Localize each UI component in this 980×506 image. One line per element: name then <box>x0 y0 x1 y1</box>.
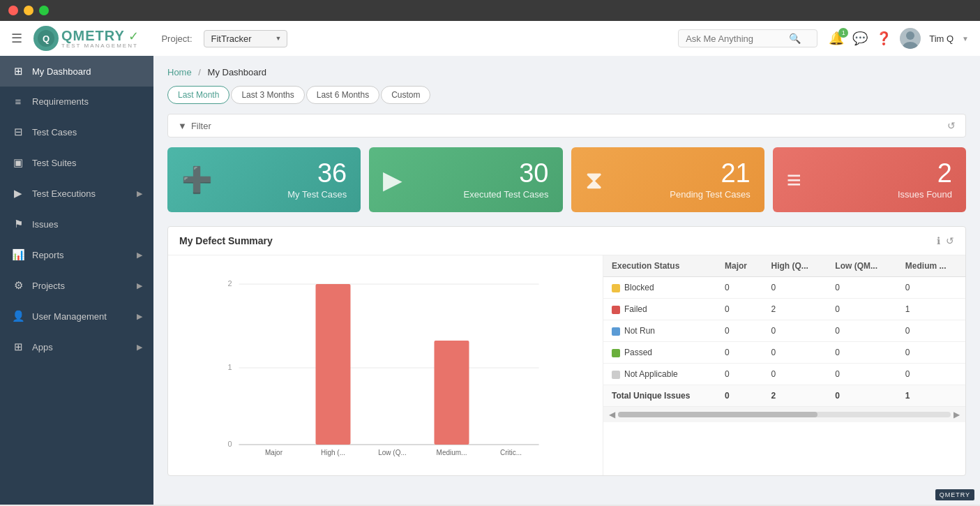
minimize-btn[interactable] <box>24 6 33 15</box>
sidebar-label-reports: Reports <box>32 250 64 260</box>
row-medium: 1 <box>897 299 965 320</box>
sidebar-icon-apps: ⊞ <box>11 341 25 353</box>
filter-refresh-icon[interactable]: ↺ <box>947 120 956 131</box>
scrollbar-track[interactable] <box>618 412 951 417</box>
logo: Q QMETRY ✓ TEST MANAGEMENT <box>33 26 139 51</box>
table-row: Failed 0 2 0 1 <box>603 299 965 320</box>
filter-icon: ▼ <box>178 121 187 131</box>
project-select[interactable]: FitTracker <box>204 30 287 47</box>
status-dot <box>612 306 620 314</box>
sidebar-item-reports[interactable]: 📊 Reports ▶ <box>0 239 153 270</box>
breadcrumb-current: My Dashboard <box>208 67 267 77</box>
sidebar-label-test-cases: Test Cases <box>32 127 77 137</box>
svg-text:Low (Q...: Low (Q... <box>378 449 407 456</box>
logo-name: QMETRY <box>61 28 125 43</box>
row-major: 0 <box>716 364 763 385</box>
search-bar: 🔍 <box>678 29 817 47</box>
scroll-left-icon[interactable]: ◀ <box>609 410 615 419</box>
hamburger-icon[interactable]: ☰ <box>11 31 22 46</box>
sidebar-arrow-reports: ▶ <box>137 251 142 260</box>
sidebar-item-user-management[interactable]: 👤 User Management ▶ <box>0 301 153 332</box>
logo-check-icon: ✓ <box>128 29 139 43</box>
sidebar-icon-projects: ⚙ <box>11 279 25 292</box>
avatar-svg <box>900 28 921 49</box>
search-icon: 🔍 <box>789 33 801 44</box>
user-dropdown-icon[interactable]: ▼ <box>962 35 969 43</box>
sidebar-label-my-dashboard: My Dashboard <box>32 66 91 77</box>
col-header-2: High (Q... <box>763 255 827 277</box>
close-btn[interactable] <box>8 6 18 15</box>
help-icon[interactable]: ❓ <box>876 31 891 46</box>
defect-chart: 2 1 0 Major <box>179 267 591 462</box>
sidebar-item-apps[interactable]: ⊞ Apps ▶ <box>0 332 153 362</box>
stat-icon-my-test-cases: ➕ <box>181 165 213 195</box>
row-medium: 0 <box>897 342 965 364</box>
sidebar-item-issues[interactable]: ⚑ Issues <box>0 209 153 239</box>
breadcrumb: Home / My Dashboard <box>167 67 966 77</box>
breadcrumb-home[interactable]: Home <box>167 67 192 77</box>
stat-number-issues-found: 2 <box>813 160 952 186</box>
defect-table: Execution StatusMajorHigh (Q...Low (QM..… <box>603 255 965 406</box>
stat-card-pending-test-cases[interactable]: ⧗ 21 Pending Test Cases <box>571 147 764 212</box>
scrollbar-thumb <box>618 412 817 417</box>
stat-info-issues-found: 2 Issues Found <box>813 160 952 200</box>
sidebar-label-requirements: Requirements <box>32 96 89 107</box>
sidebar-item-my-dashboard[interactable]: ⊞ My Dashboard <box>0 56 153 87</box>
date-filter-last-6-months[interactable]: Last 6 Months <box>306 86 379 104</box>
sidebar-item-projects[interactable]: ⚙ Projects ▶ <box>0 270 153 301</box>
refresh-icon[interactable]: ↺ <box>946 235 954 246</box>
chat-icon[interactable]: 💬 <box>852 31 868 46</box>
row-status: Not Run <box>603 320 716 342</box>
stat-card-issues-found[interactable]: ≡ 2 Issues Found <box>773 147 966 212</box>
stat-info-pending-test-cases: 21 Pending Test Cases <box>614 160 751 200</box>
topbar-icons: 🔔 1 💬 ❓ Tim Q ▼ <box>829 28 969 49</box>
status-dot <box>612 349 620 357</box>
sidebar-arrow-apps: ▶ <box>137 343 142 352</box>
sidebar-label-test-executions: Test Executions <box>32 188 96 199</box>
total-high: 2 <box>763 385 827 407</box>
stat-label-my-test-cases: My Test Cases <box>224 189 347 200</box>
row-status: Passed <box>603 342 716 364</box>
stats-grid: ➕ 36 My Test Cases ▶ 30 Executed Test Ca… <box>167 147 966 212</box>
row-major: 0 <box>716 277 763 299</box>
row-low: 0 <box>827 364 897 385</box>
topbar: ☰ Q QMETRY ✓ TEST MANAGEMENT Project: Fi… <box>0 21 980 56</box>
filter-label: ▼ Filter <box>178 121 211 131</box>
info-icon[interactable]: ℹ <box>937 235 940 246</box>
stat-card-my-test-cases[interactable]: ➕ 36 My Test Cases <box>167 147 361 212</box>
sidebar-item-test-suites[interactable]: ▣ Test Suites <box>0 147 153 178</box>
logo-svg: Q <box>37 29 55 47</box>
app-container: ☰ Q QMETRY ✓ TEST MANAGEMENT Project: Fi… <box>0 21 980 505</box>
row-low: 0 <box>827 299 897 320</box>
svg-text:Critic...: Critic... <box>500 449 522 456</box>
defect-table-area: Execution StatusMajorHigh (Q...Low (QM..… <box>603 255 965 475</box>
date-filter-last-3-months[interactable]: Last 3 Months <box>231 86 304 104</box>
stat-number-my-test-cases: 36 <box>224 160 347 186</box>
section-actions: ℹ ↺ <box>937 235 954 246</box>
notifications-icon[interactable]: 🔔 1 <box>829 31 844 46</box>
sidebar-arrow-projects: ▶ <box>137 281 142 290</box>
filter-bar: ▼ Filter ↺ <box>167 114 966 137</box>
svg-rect-14 <box>316 284 351 445</box>
sidebar-item-test-cases[interactable]: ⊟ Test Cases <box>0 117 153 147</box>
maximize-btn[interactable] <box>39 6 49 15</box>
row-high: 2 <box>763 299 827 320</box>
user-name[interactable]: Tim Q <box>929 34 953 44</box>
row-high: 0 <box>763 320 827 342</box>
stat-card-executed-test-cases[interactable]: ▶ 30 Executed Test Cases <box>369 147 562 212</box>
sidebar-item-requirements[interactable]: ≡ Requirements <box>0 87 153 117</box>
table-row: Blocked 0 0 0 0 <box>603 277 965 299</box>
date-filter-custom[interactable]: Custom <box>381 86 430 104</box>
svg-text:Q: Q <box>43 34 50 44</box>
defect-summary-title: My Defect Summary <box>179 235 273 246</box>
scroll-right-icon[interactable]: ▶ <box>953 410 960 419</box>
sidebar-icon-my-dashboard: ⊞ <box>11 65 25 77</box>
row-medium: 0 <box>897 320 965 342</box>
sidebar-label-projects: Projects <box>32 281 65 291</box>
row-status: Blocked <box>603 277 716 299</box>
row-high: 0 <box>763 364 827 385</box>
status-dot <box>612 371 620 379</box>
date-filter-last-month[interactable]: Last Month <box>167 86 229 104</box>
sidebar-item-test-executions[interactable]: ▶ Test Executions ▶ <box>0 178 153 209</box>
search-input[interactable] <box>686 34 783 44</box>
